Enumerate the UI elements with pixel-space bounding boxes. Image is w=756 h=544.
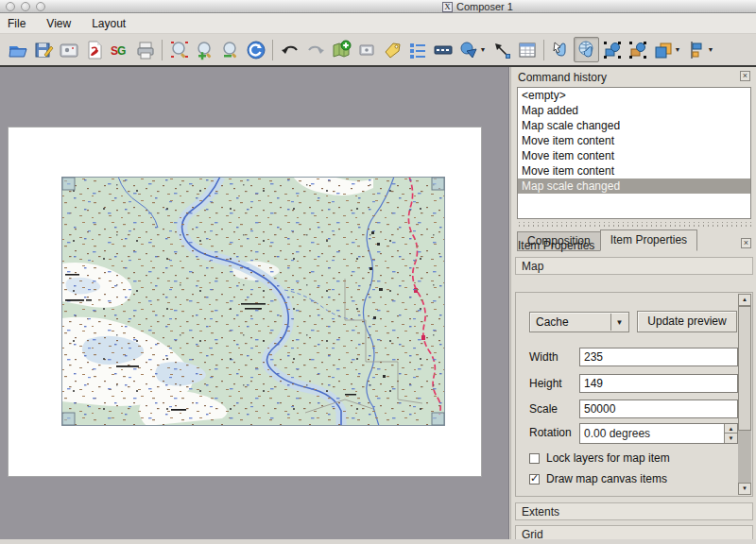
align-items-icon (686, 40, 707, 60)
toolbar: SG (0, 34, 756, 67)
dropdown-caret-icon: ▼ (480, 46, 487, 53)
height-label: Height (529, 377, 562, 390)
zoom-in-icon (195, 40, 215, 60)
add-new-map-button[interactable] (328, 37, 353, 62)
export-as-image-button[interactable] (56, 37, 81, 62)
history-item[interactable]: Move item content (518, 133, 750, 148)
legend-icon (407, 40, 428, 60)
lock-layers-checkbox[interactable] (529, 453, 540, 464)
redo-button[interactable] (302, 37, 328, 62)
zoom-out-button[interactable] (217, 37, 243, 62)
history-item[interactable]: Map scale changed (518, 178, 750, 194)
rotation-spinbox[interactable]: 0.00 degrees ▲ ▼ (579, 423, 738, 444)
history-item[interactable]: Map added (518, 103, 750, 118)
menu-file[interactable]: File (8, 17, 26, 30)
map-item[interactable] (61, 177, 445, 426)
draw-canvas-items-label: Draw map canvas items (546, 472, 667, 485)
close-window-button[interactable] (6, 2, 15, 11)
export-as-svg-button[interactable]: SG (107, 37, 132, 62)
select-move-item-button[interactable] (548, 37, 574, 62)
selection-handle[interactable] (432, 413, 444, 425)
add-arrow-button[interactable] (489, 37, 514, 62)
group-items-button[interactable] (599, 37, 625, 62)
toolbar-separator (272, 40, 273, 60)
spinner-buttons[interactable]: ▲ ▼ (724, 424, 737, 443)
move-item-content-button[interactable] (574, 37, 599, 62)
add-map-icon (331, 40, 352, 60)
menu-bar: File View Layout (0, 13, 756, 34)
command-history-list: <empty> Map added Map scale changed Move… (517, 87, 751, 219)
window-bottom-edge (0, 539, 756, 544)
right-dock-panel: Command history × <empty> Map added Map … (510, 67, 756, 539)
close-panel-icon[interactable]: × (741, 238, 751, 248)
preview-mode-combobox[interactable]: Cache ▼ (529, 312, 629, 332)
tag-icon (382, 40, 403, 60)
undo-button[interactable] (277, 37, 302, 62)
scale-input[interactable] (579, 400, 738, 418)
section-header-extents[interactable]: Extents (515, 502, 753, 520)
update-preview-button[interactable]: Update preview (637, 311, 737, 332)
load-from-template-button[interactable] (5, 37, 30, 62)
minimize-window-button[interactable] (21, 2, 30, 11)
scrollbar-thumb[interactable] (738, 306, 751, 431)
scroll-up-icon[interactable]: ▲ (738, 294, 751, 306)
raise-items-button[interactable]: ▼ (650, 37, 683, 62)
width-input[interactable] (579, 348, 738, 366)
width-row: Width (529, 348, 741, 366)
draw-canvas-items-checkbox[interactable] (529, 474, 540, 484)
add-legend-button[interactable] (404, 37, 430, 62)
arrow-icon (491, 40, 512, 60)
history-item[interactable]: Move item content (518, 163, 750, 178)
zoom-in-button[interactable] (192, 37, 217, 62)
selection-handle[interactable] (432, 178, 444, 190)
add-scalebar-button[interactable] (430, 37, 455, 62)
toolbar-separator (162, 40, 163, 60)
dropdown-caret-icon: ▼ (708, 46, 714, 53)
command-history-title: Command history (518, 71, 607, 84)
menu-layout[interactable]: Layout (92, 17, 126, 30)
scroll-down-icon[interactable]: ▼ (738, 483, 751, 495)
rotation-label: Rotation (529, 426, 572, 439)
printer-icon (135, 40, 156, 60)
zoom-full-extent-button[interactable] (166, 37, 192, 62)
add-basic-shape-button[interactable]: ▼ (455, 37, 489, 62)
refresh-icon (246, 40, 266, 60)
folder-open-icon (8, 40, 28, 60)
spin-up-icon[interactable]: ▲ (725, 424, 737, 434)
history-item[interactable]: <empty> (518, 88, 750, 103)
vertical-scrollbar[interactable]: ▲ ▼ (738, 294, 751, 495)
image-export-icon (59, 40, 79, 60)
export-as-pdf-button[interactable] (81, 37, 107, 62)
item-properties-title: Item Properties (518, 239, 594, 252)
close-panel-icon[interactable]: × (740, 71, 750, 81)
add-attribute-table-button[interactable] (514, 37, 540, 62)
history-item[interactable]: Move item content (518, 148, 750, 163)
print-button[interactable] (132, 37, 158, 62)
tab-item-properties[interactable]: Item Properties (600, 230, 697, 251)
table-icon (517, 40, 538, 60)
zoom-window-button[interactable] (36, 2, 45, 11)
draw-canvas-items-row: Draw map canvas items (529, 472, 667, 485)
selection-handle[interactable] (62, 413, 75, 425)
save-template-icon (33, 40, 54, 60)
add-image-button[interactable] (353, 37, 379, 62)
height-row: Height (529, 374, 741, 393)
refresh-view-button[interactable] (243, 37, 268, 62)
ungroup-icon (627, 40, 648, 60)
height-input[interactable] (579, 374, 738, 393)
scale-label: Scale (529, 402, 558, 416)
ungroup-items-button[interactable] (625, 37, 650, 62)
add-label-button[interactable] (379, 37, 404, 62)
save-as-template-button[interactable] (30, 37, 56, 62)
lock-layers-label: Lock layers for map item (546, 451, 670, 465)
svg-icon: SG (110, 40, 130, 60)
panel-splitter-handle[interactable] (517, 222, 751, 228)
selection-handle[interactable] (62, 178, 75, 190)
map-properties-scrollarea: Cache ▼ Update preview Width Height Scal… (515, 292, 753, 497)
history-item[interactable]: Map scale changed (518, 118, 750, 133)
align-items-button[interactable]: ▼ (683, 37, 716, 62)
zoom-full-icon (169, 40, 190, 60)
scalebar-icon (433, 40, 454, 60)
menu-view[interactable]: View (46, 17, 71, 30)
spin-down-icon[interactable]: ▼ (725, 434, 737, 443)
